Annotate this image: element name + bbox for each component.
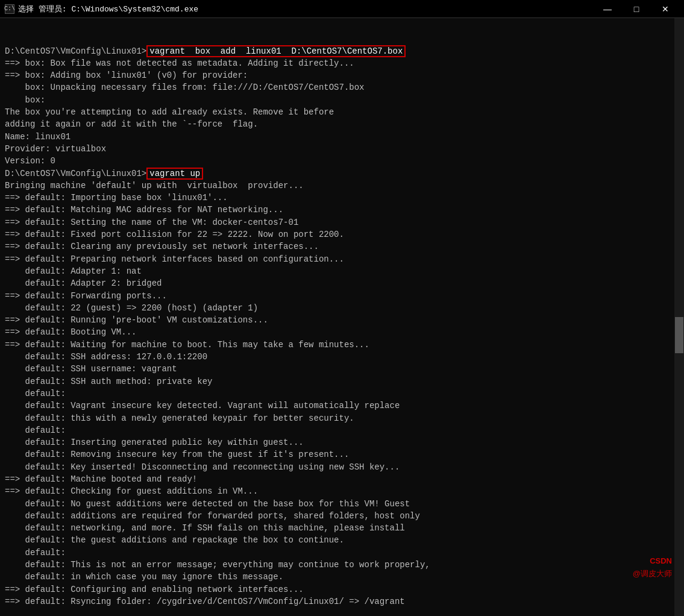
terminal-line: default: in which case you may ignore th… (5, 571, 679, 583)
terminal-line: ==> default: Matching MAC address for NA… (5, 204, 679, 216)
terminal-line: default: No guest additions were detecte… (5, 498, 679, 510)
terminal-content: D:\CentOS7\VmConfig\Linux01>vagrant box … (5, 45, 679, 608)
terminal-line: ==> default: Forwarding ports... (5, 290, 679, 302)
terminal-line: ==> default: Checking for guest addition… (5, 485, 679, 497)
command-highlight: vagrant up (146, 168, 203, 180)
terminal-line: default: Key inserted! Disconnecting and… (5, 461, 679, 473)
terminal-line: Provider: virtualbox (5, 143, 679, 155)
terminal-line: Bringing machine 'default' up with virtu… (5, 180, 679, 192)
minimize-button[interactable]: — (594, 0, 621, 18)
terminal-line: default: Adapter 1: nat (5, 265, 679, 277)
terminal-line: D:\CentOS7\VmConfig\Linux01>vagrant up (5, 168, 679, 180)
terminal-line: default: Adapter 2: bridged (5, 277, 679, 289)
terminal-line: default: This is not an error message; e… (5, 559, 679, 571)
window-controls: — □ ✕ (594, 0, 679, 18)
terminal-line: ==> box: Adding box 'linux01' (v0) for p… (5, 69, 679, 81)
title-bar: C:\ 选择 管理员: C:\Windows\System32\cmd.exe … (0, 0, 684, 18)
terminal-line: The box you're attempting to add already… (5, 106, 679, 118)
terminal-line: default: (5, 424, 679, 436)
title-bar-left: C:\ 选择 管理员: C:\Windows\System32\cmd.exe (5, 4, 198, 14)
terminal-line: default: additions are required for forw… (5, 510, 679, 522)
command-highlight: vagrant box add linux01 D:\CentOS7\CentO… (146, 45, 406, 57)
terminal-line: box: (5, 94, 679, 106)
prompt-text: D:\CentOS7\VmConfig\Linux01> (5, 169, 146, 178)
terminal-line: default: (5, 547, 679, 559)
terminal-line: default: networking, and more. If SSH fa… (5, 522, 679, 534)
prompt-text: D:\CentOS7\VmConfig\Linux01> (5, 46, 146, 56)
watermark-name: @调皮大师 (633, 568, 672, 580)
watermark-csdn: CSDN (650, 556, 672, 567)
terminal-line: default: Removing insecure key from the … (5, 448, 679, 460)
terminal-line: ==> default: Importing base box 'linux01… (5, 192, 679, 204)
terminal-line: default: Vagrant insecure key detected. … (5, 400, 679, 412)
window-title: 选择 管理员: C:\Windows\System32\cmd.exe (18, 4, 198, 14)
terminal-line: D:\CentOS7\VmConfig\Linux01>vagrant box … (5, 45, 679, 57)
terminal-line: ==> default: Rsyncing folder: /cygdrive/… (5, 596, 679, 608)
terminal-line: adding it again or add it with the `--fo… (5, 118, 679, 130)
terminal-line: ==> default: Machine booted and ready! (5, 473, 679, 485)
maximize-button[interactable]: □ (623, 0, 650, 18)
terminal-body: D:\CentOS7\VmConfig\Linux01>vagrant box … (0, 18, 684, 616)
terminal-line: box: Unpacking necessary files from: fil… (5, 81, 679, 93)
terminal-line: ==> default: Running 'pre-boot' VM custo… (5, 314, 679, 326)
cmd-icon: C:\ (5, 4, 14, 14)
terminal-line: default: SSH auth method: private key (5, 376, 679, 388)
terminal-line: default: Inserting generated public key … (5, 436, 679, 448)
terminal-line: ==> default: Booting VM... (5, 326, 679, 338)
terminal-line: default: SSH address: 127.0.0.1:2200 (5, 351, 679, 363)
terminal-line: default: (5, 388, 679, 400)
terminal-line: ==> default: Preparing network interface… (5, 253, 679, 265)
terminal-line: ==> default: Clearing any previously set… (5, 240, 679, 253)
terminal-line: ==> default: Setting the name of the VM:… (5, 216, 679, 228)
terminal-line: default: SSH username: vagrant (5, 363, 679, 375)
scrollbar-thumb[interactable] (675, 317, 683, 353)
terminal-line: ==> default: Fixed port collision for 22… (5, 228, 679, 240)
terminal-line: default: this with a newly generated key… (5, 412, 679, 424)
watermark: CSDN @调皮大师 (633, 556, 672, 580)
terminal-line: default: 22 (guest) => 2200 (host) (adap… (5, 302, 679, 314)
terminal-line: ==> default: Configuring and enabling ne… (5, 583, 679, 596)
terminal-line: ==> box: Box file was not detected as me… (5, 57, 679, 69)
terminal-line: Name: linux01 (5, 131, 679, 143)
terminal-line: Version: 0 (5, 155, 679, 167)
scrollbar[interactable] (674, 18, 684, 616)
terminal-line: default: the guest additions and repacka… (5, 534, 679, 546)
terminal-line: ==> default: Waiting for machine to boot… (5, 339, 679, 351)
close-button[interactable]: ✕ (651, 0, 679, 18)
